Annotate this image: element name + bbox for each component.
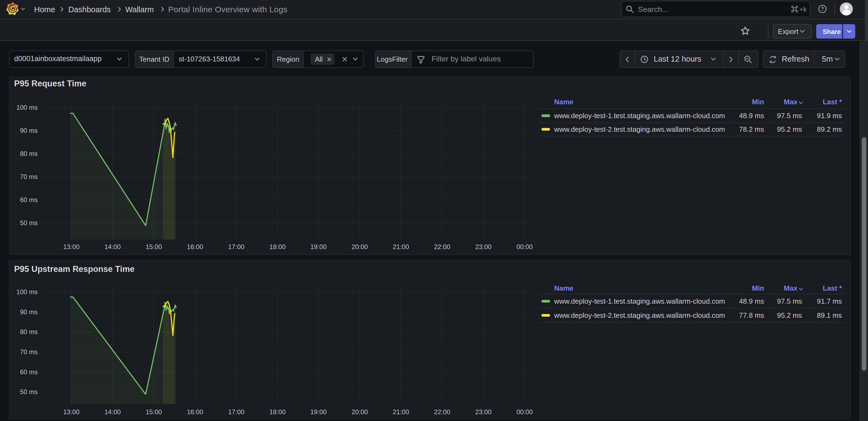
svg-text:?: ? xyxy=(821,6,824,12)
